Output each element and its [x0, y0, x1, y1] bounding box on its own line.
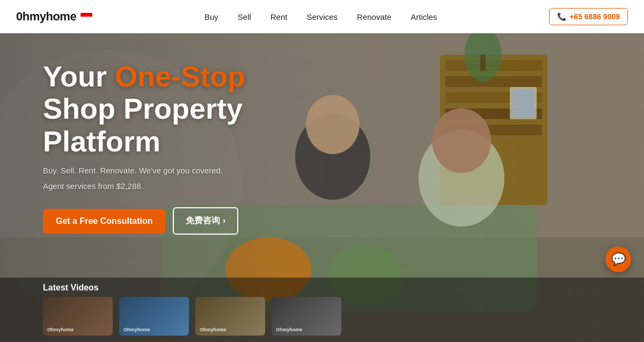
- phone-number: +65 6886 9009: [569, 12, 620, 21]
- logo-text: 0hmyhome: [16, 10, 76, 24]
- latest-videos-section: Latest Videos Ohmyhome Ohmyhome Ohmyhome…: [0, 278, 644, 342]
- nav-item-rent[interactable]: Rent: [270, 12, 288, 21]
- singapore-flag: [80, 13, 92, 20]
- hero-title-rest: Shop PropertyPlatform: [43, 92, 243, 157]
- hero-title-plain: Your: [43, 60, 115, 92]
- thumb-logo-4: Ohmyhome: [276, 327, 303, 332]
- hero-section: Your One-Stop Shop PropertyPlatform Buy.…: [0, 33, 644, 342]
- logo-area[interactable]: 0hmyhome: [16, 10, 92, 24]
- nav-item-renovate[interactable]: Renovate: [357, 12, 391, 21]
- nav-item-buy[interactable]: Buy: [204, 12, 218, 21]
- chat-button[interactable]: 💬: [605, 246, 631, 272]
- phone-icon: 📞: [557, 12, 566, 21]
- nav-item-services[interactable]: Services: [306, 12, 338, 21]
- video-thumb-1[interactable]: Ohmyhome: [43, 297, 113, 336]
- phone-button[interactable]: 📞 +65 6886 9009: [549, 8, 628, 25]
- hero-title-accent: One-Stop: [115, 60, 245, 92]
- video-thumb-4[interactable]: Ohmyhome: [272, 297, 341, 336]
- main-nav: Buy Sell Rent Services Renovate Articles: [204, 12, 437, 21]
- thumb-logo-1: Ohmyhome: [47, 327, 74, 332]
- hero-title: Your One-Stop Shop PropertyPlatform: [43, 60, 245, 157]
- nav-item-articles[interactable]: Articles: [411, 12, 437, 21]
- chinese-cta-button[interactable]: 免费咨询 ›: [173, 207, 238, 235]
- thumb-logo-3: Ohmyhome: [200, 327, 226, 332]
- hero-cta-buttons: Get a Free Consultation 免费咨询 ›: [43, 207, 245, 235]
- chat-icon: 💬: [611, 252, 626, 266]
- thumb-logo-2: Ohmyhome: [123, 327, 150, 332]
- video-thumbnails: Ohmyhome Ohmyhome Ohmyhome Ohmyhome: [43, 297, 601, 336]
- header: 0hmyhome Buy Sell Rent Services Renovate…: [0, 0, 644, 33]
- hero-content: Your One-Stop Shop PropertyPlatform Buy.…: [43, 60, 245, 235]
- video-thumb-3[interactable]: Ohmyhome: [195, 297, 265, 336]
- video-thumb-2[interactable]: Ohmyhome: [119, 297, 189, 336]
- latest-videos-title: Latest Videos: [43, 283, 601, 293]
- nav-item-sell[interactable]: Sell: [238, 12, 251, 21]
- free-consultation-button[interactable]: Get a Free Consultation: [43, 209, 165, 234]
- hero-subtitle-line1: Buy. Sell. Rent. Renovate. We've got you…: [43, 165, 245, 177]
- hero-subtitle-line2: Agent services from $2,288.: [43, 180, 245, 193]
